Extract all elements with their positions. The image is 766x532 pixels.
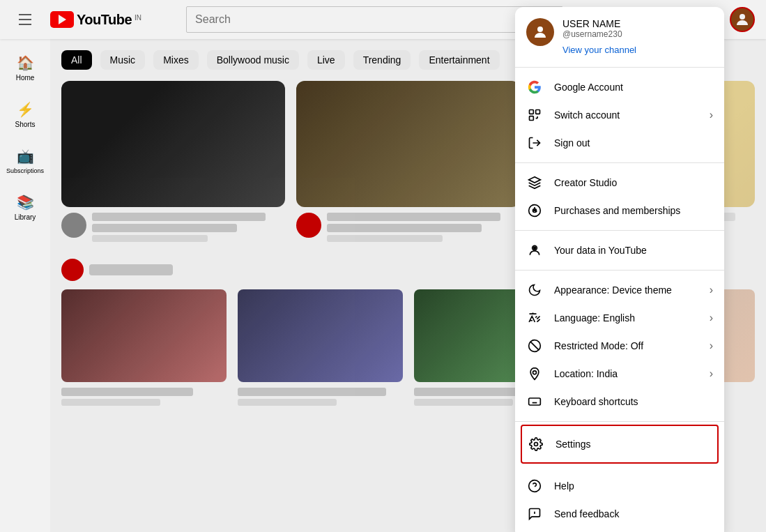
user-email: @username230 bbox=[562, 29, 713, 39]
location-label: Location: India bbox=[554, 368, 698, 379]
svg-point-9 bbox=[533, 247, 535, 249]
user-info: USER NAME @username230 View your channel bbox=[562, 18, 713, 56]
menu-item-switch-account[interactable]: Switch account › bbox=[515, 101, 724, 129]
svg-point-14 bbox=[535, 443, 538, 446]
feedback-icon bbox=[526, 506, 543, 522]
menu-section-data: Your data in YouTube bbox=[515, 231, 724, 271]
sign-out-label: Sign out bbox=[554, 137, 713, 149]
switch-account-label: Switch account bbox=[554, 109, 698, 121]
svg-point-1 bbox=[537, 26, 543, 32]
language-label: Language: English bbox=[554, 312, 698, 324]
send-feedback-label: Send feedback bbox=[554, 508, 713, 519]
location-icon bbox=[526, 365, 543, 382]
sign-out-icon bbox=[526, 135, 543, 151]
menu-item-restricted[interactable]: Restricted Mode: Off › bbox=[515, 332, 724, 360]
user-avatar bbox=[526, 18, 554, 46]
switch-account-icon bbox=[526, 107, 543, 123]
google-icon bbox=[526, 79, 543, 96]
user-name: USER NAME bbox=[562, 18, 713, 29]
restricted-icon bbox=[526, 337, 543, 354]
menu-item-language[interactable]: Language: English › bbox=[515, 304, 724, 332]
menu-item-send-feedback[interactable]: Send feedback bbox=[515, 500, 724, 528]
language-chevron: › bbox=[710, 312, 713, 324]
help-icon bbox=[526, 478, 543, 494]
appearance-icon bbox=[526, 282, 543, 298]
purchases-label: Purchases and memberships bbox=[554, 205, 713, 216]
menu-section-help: Help Send feedback bbox=[515, 466, 724, 532]
user-section: USER NAME @username230 View your channel bbox=[515, 7, 724, 68]
help-label: Help bbox=[554, 480, 713, 492]
your-data-icon bbox=[526, 242, 543, 259]
restricted-chevron: › bbox=[710, 340, 713, 352]
appearance-chevron: › bbox=[710, 284, 713, 296]
keyboard-label: Keyboard shortcuts bbox=[554, 396, 713, 407]
svg-line-11 bbox=[530, 342, 539, 350]
svg-rect-4 bbox=[530, 116, 534, 121]
menu-item-purchases[interactable]: Purchases and memberships bbox=[515, 197, 724, 225]
menu-item-sign-out[interactable]: Sign out bbox=[515, 129, 724, 157]
restricted-label: Restricted Mode: Off bbox=[554, 340, 698, 351]
svg-rect-3 bbox=[536, 110, 540, 114]
menu-section-settings: Settings bbox=[521, 425, 719, 464]
menu-item-keyboard[interactable]: Keyboard shortcuts bbox=[515, 388, 724, 416]
creator-studio-icon bbox=[526, 174, 543, 191]
account-dropdown-menu: USER NAME @username230 View your channel… bbox=[515, 7, 724, 532]
svg-rect-2 bbox=[530, 110, 534, 114]
view-channel-link[interactable]: View your channel bbox=[562, 45, 636, 55]
your-data-label: Your data in YouTube bbox=[554, 245, 713, 256]
google-account-label: Google Account bbox=[554, 82, 713, 93]
settings-label: Settings bbox=[556, 439, 712, 450]
purchases-icon bbox=[526, 202, 543, 219]
menu-item-settings[interactable]: Settings bbox=[522, 432, 717, 457]
switch-account-chevron: › bbox=[710, 109, 713, 121]
menu-item-appearance[interactable]: Appearance: Device theme › bbox=[515, 276, 724, 304]
appearance-label: Appearance: Device theme bbox=[554, 284, 698, 296]
menu-item-location[interactable]: Location: India › bbox=[515, 360, 724, 388]
menu-item-your-data[interactable]: Your data in YouTube bbox=[515, 236, 724, 264]
svg-rect-13 bbox=[529, 398, 541, 405]
creator-studio-label: Creator Studio bbox=[554, 177, 713, 188]
menu-section-preferences: Appearance: Device theme › Language: Eng… bbox=[515, 271, 724, 422]
menu-section-creator: Creator Studio Purchases and memberships bbox=[515, 163, 724, 231]
language-icon bbox=[526, 310, 543, 326]
menu-item-help[interactable]: Help bbox=[515, 472, 724, 500]
menu-item-creator-studio[interactable]: Creator Studio bbox=[515, 169, 724, 197]
menu-section-account: Google Account Switch account › bbox=[515, 68, 724, 163]
keyboard-icon bbox=[526, 393, 543, 410]
location-chevron: › bbox=[710, 367, 713, 380]
settings-icon bbox=[528, 436, 544, 453]
menu-item-google-account[interactable]: Google Account bbox=[515, 73, 724, 101]
svg-point-12 bbox=[533, 371, 537, 374]
